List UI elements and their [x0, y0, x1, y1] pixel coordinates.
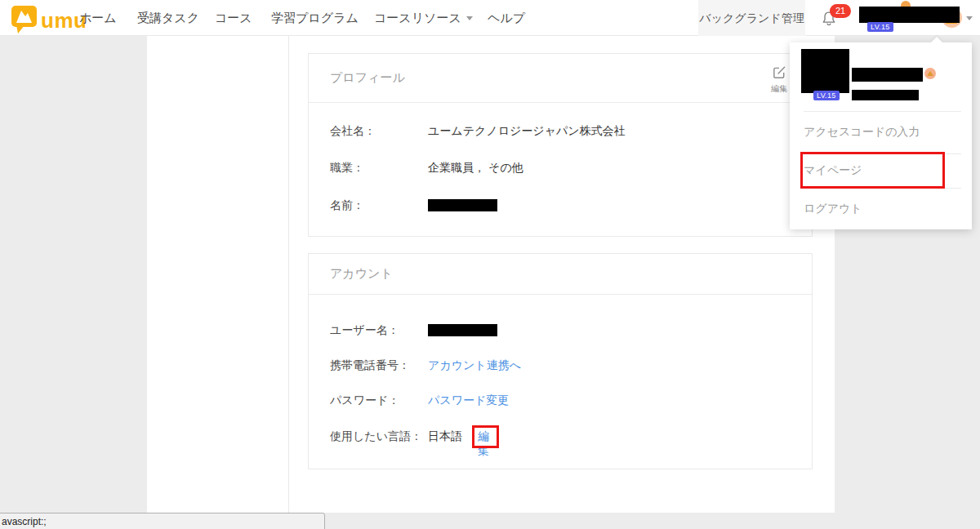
umu-logo-icon	[10, 3, 39, 38]
field-company: 会社名： ユームテクノロジージャパン株式会社	[309, 124, 812, 139]
user-dropdown-menu: LV.15 アクセスコードの入力 マイページ ログアウト	[790, 42, 972, 229]
name-value-redacted	[428, 199, 497, 211]
field-username: ユーザー名：	[309, 323, 812, 338]
company-value: ユームテクノロジージャパン株式会社	[428, 124, 626, 139]
username-value-redacted	[428, 324, 497, 336]
browser-status-tooltip: avascript:;	[0, 513, 325, 529]
menu-item-access-code[interactable]: アクセスコードの入力	[790, 111, 972, 153]
username-label: ユーザー名：	[330, 323, 399, 338]
top-navbar: umu ホーム 受講タスク コース 学習プログラム コースリソース ヘルプ バッ…	[0, 0, 980, 36]
background-admin-button[interactable]: バックグランド管理	[698, 0, 805, 36]
field-name: 名前：	[309, 198, 812, 213]
language-edit-link[interactable]: 編集	[478, 429, 499, 459]
main-content-panel: プロフィール 編集 会社名： ユームテクノロジージャパン株式会社 職業： 企業職…	[147, 36, 835, 513]
occupation-value: 企業職員， その他	[428, 161, 523, 176]
language-value: 日本語	[428, 429, 462, 444]
nav-home[interactable]: ホーム	[79, 0, 117, 36]
nav-courses[interactable]: コース	[215, 0, 252, 36]
menu-item-my-page[interactable]: マイページ	[790, 153, 972, 188]
profile-card: プロフィール 編集 会社名： ユームテクノロジージャパン株式会社 職業： 企業職…	[308, 53, 813, 237]
dropdown-level-badge: LV.15	[813, 91, 840, 100]
nav-help[interactable]: ヘルプ	[488, 0, 525, 36]
profile-card-header: プロフィール 編集	[309, 54, 812, 103]
change-password-link[interactable]: パスワード変更	[428, 393, 509, 408]
dropdown-avatar-redacted	[801, 49, 849, 93]
content-left-divider	[288, 36, 289, 513]
account-card-title: アカウント	[330, 254, 393, 294]
nav-learning-tasks[interactable]: 受講タスク	[137, 0, 199, 36]
profile-edit-label: 編集	[765, 83, 793, 95]
dropdown-user-level-icon	[924, 68, 936, 79]
field-password: パスワード： パスワード変更	[309, 393, 812, 408]
language-edit-wrap: 編集	[472, 425, 499, 448]
name-label: 名前：	[330, 198, 364, 213]
field-occupation: 職業： 企業職員， その他	[309, 161, 812, 176]
nav-course-resources[interactable]: コースリソース	[374, 0, 473, 36]
level-badge: LV.15	[867, 22, 893, 32]
field-language: 使用したい言語： 日本語 編集	[309, 429, 812, 444]
password-label: パスワード：	[330, 393, 399, 408]
username-redacted	[859, 7, 960, 23]
company-label: 会社名：	[330, 124, 376, 139]
umu-logo[interactable]: umu	[10, 3, 87, 38]
account-card: アカウント ユーザー名： 携帯電話番号： アカウント連携へ パスワード： パスワ…	[308, 253, 813, 469]
nav-learning-program[interactable]: 学習プログラム	[271, 0, 359, 36]
profile-edit-button[interactable]: 編集	[765, 65, 793, 95]
user-menu-caret-icon[interactable]	[966, 16, 973, 20]
phone-label: 携帯電話番号：	[330, 358, 410, 373]
menu-item-logout[interactable]: ログアウト	[790, 188, 972, 229]
field-phone: 携帯電話番号： アカウント連携へ	[309, 358, 812, 373]
chevron-down-icon	[466, 16, 473, 20]
edit-icon	[772, 69, 786, 82]
dropdown-notch	[931, 37, 942, 48]
account-link-link[interactable]: アカウント連携へ	[428, 358, 521, 373]
dropdown-subtitle-redacted	[852, 90, 919, 100]
language-label: 使用したい言語：	[330, 429, 422, 444]
notification-count-badge[interactable]: 21	[830, 4, 851, 18]
dropdown-name-redacted	[852, 68, 923, 82]
nav-course-resources-label: コースリソース	[374, 11, 461, 24]
profile-card-title: プロフィール	[330, 54, 405, 102]
occupation-label: 職業：	[330, 161, 364, 176]
account-card-header: アカウント	[309, 254, 812, 295]
